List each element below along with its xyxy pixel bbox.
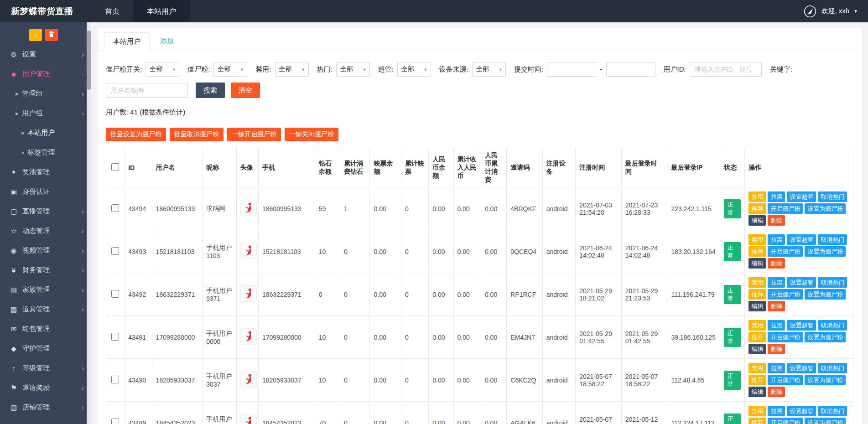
sidebar-item-level-management[interactable]: ↑等级管理› bbox=[0, 358, 91, 378]
filter-select-zombie-fan-switch[interactable]: 全部▾ bbox=[146, 62, 179, 77]
sidebar-item-video-management[interactable]: ◉视频管理› bbox=[0, 241, 91, 260]
sidebar-item-user-group[interactable]: ▶用户组› bbox=[0, 103, 91, 123]
sidebar-item-identity-verification[interactable]: ▣身份认证 bbox=[0, 182, 91, 202]
row-checkbox[interactable] bbox=[111, 204, 119, 212]
edit-button[interactable]: 编辑 bbox=[748, 344, 766, 354]
blacklist-button[interactable]: 拉黑 bbox=[768, 320, 785, 331]
recommend-button[interactable]: 推荐 bbox=[748, 418, 766, 424]
edit-button[interactable]: 编辑 bbox=[748, 258, 766, 269]
enable-zombie-fan-button[interactable]: 开启僵尸粉 bbox=[768, 289, 803, 300]
recommend-button[interactable]: 推荐 bbox=[748, 203, 766, 214]
tab-site-users[interactable]: 本站用户 bbox=[104, 32, 150, 51]
set-super-admin-button[interactable]: 设置超管 bbox=[787, 191, 816, 202]
enable-zombie-fan-button[interactable]: 开启僵尸粉 bbox=[768, 418, 803, 424]
set-as-zombie-fan-button[interactable]: 设置为僵尸粉 bbox=[805, 332, 846, 342]
submit-time-end-input[interactable] bbox=[606, 62, 655, 77]
delete-button[interactable]: 删除 bbox=[768, 258, 785, 269]
row-checkbox[interactable] bbox=[111, 376, 119, 383]
batch-cancel-zombie-fan-button[interactable]: 批量取消僵尸粉 bbox=[170, 128, 223, 141]
topnav-item-site-users[interactable]: 本站用户 bbox=[133, 0, 190, 22]
sidebar-item-admin-group[interactable]: ▶管理组› bbox=[0, 84, 91, 103]
set-as-zombie-fan-button[interactable]: 设置为僵尸粉 bbox=[805, 203, 846, 214]
delete-button[interactable]: 删除 bbox=[768, 387, 785, 397]
blacklist-button[interactable]: 拉黑 bbox=[768, 234, 785, 245]
clear-cache-button[interactable] bbox=[45, 29, 58, 41]
globe-icon[interactable] bbox=[803, 5, 817, 18]
cancel-hot-button[interactable]: 取消热门 bbox=[818, 363, 847, 373]
disable-button[interactable]: 禁用 bbox=[748, 363, 766, 373]
row-checkbox[interactable] bbox=[111, 247, 119, 255]
sidebar-item-props-management[interactable]: ▤道具管理› bbox=[0, 300, 91, 319]
sidebar-item-invite-rewards[interactable]: ⚑邀请奖励› bbox=[0, 378, 91, 398]
disable-button[interactable]: 禁用 bbox=[748, 191, 766, 202]
sidebar-item-family-management[interactable]: ▦家族管理› bbox=[0, 280, 91, 300]
blacklist-button[interactable]: 拉黑 bbox=[768, 277, 785, 288]
user-menu[interactable]: 欢迎, xxb ▼ bbox=[803, 5, 868, 18]
blacklist-button[interactable]: 拉黑 bbox=[768, 191, 785, 202]
row-checkbox[interactable] bbox=[111, 333, 119, 341]
recommend-button[interactable]: 推荐 bbox=[748, 375, 766, 385]
set-as-zombie-fan-button[interactable]: 设置为僵尸粉 bbox=[805, 418, 846, 424]
sidebar-item-red-packet-management[interactable]: ✉红包管理 bbox=[0, 319, 91, 339]
tab-add[interactable]: 添加 bbox=[151, 32, 182, 51]
delete-button[interactable]: 删除 bbox=[768, 344, 785, 354]
disable-button[interactable]: 禁用 bbox=[748, 234, 766, 245]
delete-button[interactable]: 删除 bbox=[768, 215, 785, 226]
enable-zombie-fan-button[interactable]: 开启僵尸粉 bbox=[768, 246, 803, 257]
sidebar-item-guardian-management[interactable]: ◆守护管理 bbox=[0, 339, 91, 358]
sidebar-item-tag-management[interactable]: »标签管理 bbox=[0, 143, 91, 162]
disable-all-zombie-fan-button[interactable]: 一键关闭僵尸粉 bbox=[285, 128, 338, 141]
recommend-button[interactable]: 推荐 bbox=[748, 289, 766, 300]
blacklist-button[interactable]: 拉黑 bbox=[768, 406, 785, 416]
sidebar-item-user-management[interactable]: ☻用户管理› bbox=[0, 64, 91, 84]
cancel-hot-button[interactable]: 取消热门 bbox=[818, 320, 847, 331]
sidebar-scrollbar[interactable] bbox=[87, 22, 91, 424]
topnav-item-home[interactable]: 首页 bbox=[91, 0, 133, 22]
set-as-zombie-fan-button[interactable]: 设置为僵尸粉 bbox=[805, 246, 846, 257]
filter-select-disabled[interactable]: 全部▾ bbox=[275, 62, 309, 77]
row-checkbox[interactable] bbox=[111, 419, 119, 424]
cancel-hot-button[interactable]: 取消热门 bbox=[818, 406, 847, 416]
edit-button[interactable]: 编辑 bbox=[748, 387, 766, 397]
batch-set-zombie-fan-button[interactable]: 批量设置为僵尸粉 bbox=[106, 128, 166, 141]
set-super-admin-button[interactable]: 设置超管 bbox=[787, 234, 816, 245]
cancel-hot-button[interactable]: 取消热门 bbox=[818, 277, 847, 288]
row-checkbox[interactable] bbox=[111, 290, 119, 298]
sidebar-item-live-management[interactable]: ▢直播管理› bbox=[0, 202, 91, 221]
enable-zombie-fan-button[interactable]: 开启僵尸粉 bbox=[768, 375, 803, 385]
disable-button[interactable]: 禁用 bbox=[748, 406, 766, 416]
username-input[interactable] bbox=[106, 83, 188, 98]
recommend-button[interactable]: 推荐 bbox=[748, 246, 766, 257]
edit-button[interactable]: 编辑 bbox=[748, 301, 766, 311]
set-as-zombie-fan-button[interactable]: 设置为僵尸粉 bbox=[805, 289, 846, 300]
scrollbar-thumb[interactable] bbox=[87, 31, 91, 90]
search-button[interactable]: 搜索 bbox=[196, 83, 225, 98]
filter-select-super-admin[interactable]: 全部▾ bbox=[397, 62, 431, 77]
sidebar-item-site-users[interactable]: »本站用户 bbox=[0, 123, 91, 143]
clear-button[interactable]: 清空 bbox=[231, 83, 260, 98]
sidebar-item-finance-management[interactable]: ¥财务管理› bbox=[0, 260, 91, 280]
select-all-checkbox[interactable] bbox=[111, 163, 119, 171]
set-super-admin-button[interactable]: 设置超管 bbox=[787, 406, 816, 416]
set-super-admin-button[interactable]: 设置超管 bbox=[787, 320, 816, 331]
sidebar-item-prize-pool-management[interactable]: ✦奖池管理 bbox=[0, 162, 91, 182]
blacklist-button[interactable]: 拉黑 bbox=[768, 363, 785, 373]
home-shortcut-button[interactable]: ⌂ bbox=[29, 29, 42, 41]
filter-select-device-source[interactable]: 全部▾ bbox=[472, 62, 506, 77]
sidebar-item-shop-management[interactable]: ▥店铺管理› bbox=[0, 398, 91, 417]
filter-select-hot[interactable]: 全部▾ bbox=[336, 62, 370, 77]
sidebar-item-settings[interactable]: ⚙设置› bbox=[0, 45, 91, 64]
set-super-admin-button[interactable]: 设置超管 bbox=[787, 277, 816, 288]
set-super-admin-button[interactable]: 设置超管 bbox=[787, 363, 816, 373]
enable-zombie-fan-button[interactable]: 开启僵尸粉 bbox=[768, 332, 803, 342]
cancel-hot-button[interactable]: 取消热门 bbox=[818, 234, 847, 245]
set-as-zombie-fan-button[interactable]: 设置为僵尸粉 bbox=[805, 375, 846, 385]
recommend-button[interactable]: 推荐 bbox=[748, 332, 766, 342]
sidebar-item-moments-management[interactable]: ☆动态管理› bbox=[0, 221, 91, 241]
edit-button[interactable]: 编辑 bbox=[748, 215, 766, 226]
enable-all-zombie-fan-button[interactable]: 一键开启僵尸粉 bbox=[227, 128, 281, 141]
disable-button[interactable]: 禁用 bbox=[748, 320, 766, 331]
submit-time-start-input[interactable] bbox=[547, 62, 596, 77]
cancel-hot-button[interactable]: 取消热门 bbox=[818, 191, 847, 202]
filter-select-zombie-fan[interactable]: 全部▾ bbox=[213, 62, 247, 77]
